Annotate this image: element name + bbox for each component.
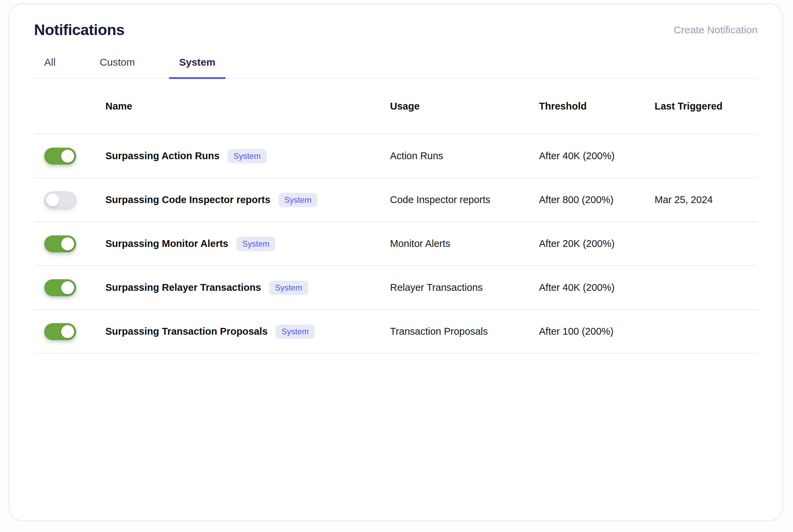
- row-name: Surpassing Action Runs: [105, 150, 220, 162]
- system-badge: System: [228, 149, 267, 163]
- notifications-table: Name Usage Threshold Last Triggered Surp…: [34, 79, 758, 354]
- system-badge: System: [269, 281, 308, 295]
- row-toggle[interactable]: [44, 148, 76, 165]
- row-toggle[interactable]: [44, 279, 76, 296]
- create-notification-button[interactable]: Create Notification: [674, 24, 758, 36]
- system-badge: System: [279, 193, 317, 207]
- row-name: Surpassing Transaction Proposals: [105, 326, 268, 337]
- header-threshold: Threshold: [539, 101, 655, 112]
- row-usage: Monitor Alerts: [390, 238, 539, 249]
- tab-custom[interactable]: Custom: [89, 56, 145, 78]
- row-toggle[interactable]: [44, 235, 76, 252]
- row-last-triggered: Mar 25, 2024: [655, 194, 758, 205]
- row-toggle[interactable]: [44, 323, 76, 340]
- row-threshold: After 20K (200%): [539, 238, 655, 249]
- table-row: Surpassing Transaction Proposals System …: [34, 310, 758, 354]
- row-name: Surpassing Code Inspector reports: [105, 194, 270, 205]
- notifications-card: Notifications Create Notification All Cu…: [9, 3, 783, 521]
- header-usage: Usage: [390, 101, 539, 112]
- row-threshold: After 800 (200%): [539, 194, 655, 205]
- table-row: Surpassing Action Runs System Action Run…: [34, 134, 758, 178]
- tab-bar: All Custom System: [34, 56, 758, 79]
- toggle-knob: [46, 194, 59, 206]
- row-name: Surpassing Relayer Transactions: [105, 282, 261, 293]
- header-name: Name: [105, 101, 390, 112]
- row-threshold: After 40K (200%): [539, 150, 655, 162]
- row-usage: Code Inspector reports: [390, 194, 539, 205]
- row-name: Surpassing Monitor Alerts: [105, 238, 228, 249]
- table-row: Surpassing Relayer Transactions System R…: [34, 266, 758, 310]
- row-usage: Relayer Transactions: [390, 282, 539, 293]
- tab-system[interactable]: System: [169, 56, 226, 78]
- system-badge: System: [236, 237, 275, 251]
- page: Notifications Create Notification All Cu…: [0, 0, 793, 532]
- header-last-triggered: Last Triggered: [655, 101, 758, 112]
- page-title: Notifications: [34, 21, 124, 39]
- row-threshold: After 100 (200%): [539, 326, 655, 337]
- system-badge: System: [276, 325, 315, 339]
- card-header: Notifications Create Notification: [34, 4, 758, 39]
- row-toggle[interactable]: [44, 192, 76, 209]
- toggle-knob: [61, 237, 74, 250]
- table-row: Surpassing Code Inspector reports System…: [34, 178, 758, 222]
- row-usage: Transaction Proposals: [390, 326, 539, 337]
- toggle-knob: [61, 150, 74, 163]
- tab-all[interactable]: All: [34, 56, 66, 78]
- row-threshold: After 40K (200%): [539, 282, 655, 293]
- toggle-knob: [61, 325, 74, 338]
- row-usage: Action Runs: [390, 150, 539, 162]
- toggle-knob: [61, 281, 74, 294]
- table-row: Surpassing Monitor Alerts System Monitor…: [34, 222, 758, 266]
- table-header-row: Name Usage Threshold Last Triggered: [34, 79, 758, 134]
